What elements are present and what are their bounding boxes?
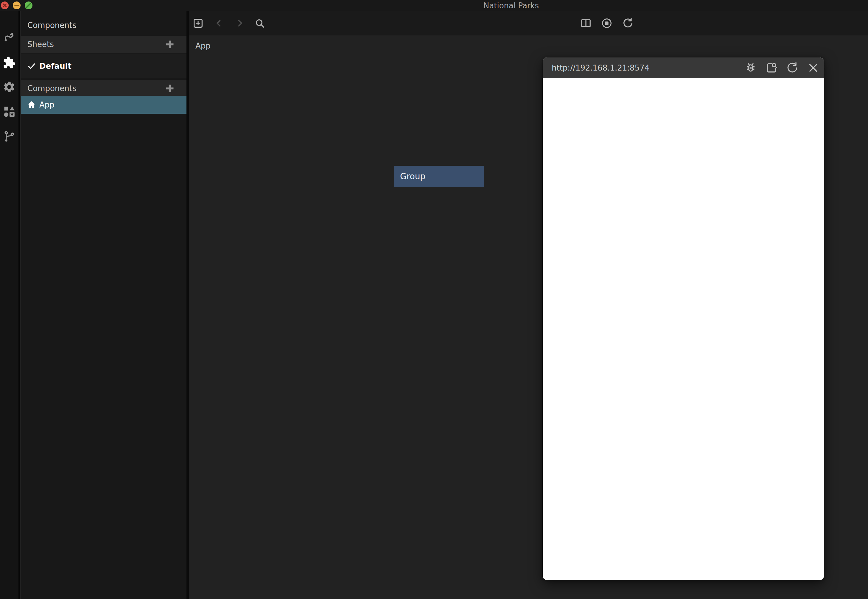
rail-components-button[interactable] [0, 54, 18, 71]
component-item-app[interactable]: App [21, 96, 187, 114]
rail-version-control-button[interactable] [0, 128, 18, 145]
sheets-section-label: Sheets [27, 40, 163, 49]
refresh-icon [786, 61, 799, 74]
group-component-label: Group [400, 172, 425, 181]
close-icon [807, 61, 820, 74]
rail-widgets-button[interactable] [0, 103, 18, 120]
sheets-section-header: Sheets [21, 36, 187, 53]
rail-settings-button[interactable] [0, 78, 18, 95]
shapes-icon [3, 105, 16, 118]
close-preview-button[interactable] [807, 61, 820, 74]
minimize-icon [13, 2, 21, 9]
sheet-item-default[interactable]: Default [21, 57, 187, 75]
stop-icon [601, 17, 613, 29]
canvas-toolbar [189, 11, 868, 35]
search-button[interactable] [254, 17, 266, 29]
components-section-label: Components [27, 84, 163, 93]
forward-button[interactable] [234, 17, 246, 29]
panel-title: Components [21, 17, 187, 34]
search-icon [254, 17, 266, 29]
chevron-right-icon [234, 17, 246, 29]
check-icon [27, 61, 36, 71]
titlebar: National Parks [0, 0, 868, 11]
plus-icon [163, 82, 176, 95]
window-maximize-button[interactable] [25, 2, 32, 9]
run-refresh-button[interactable] [622, 17, 634, 29]
add-sheet-button[interactable] [163, 38, 176, 51]
window-close-button[interactable] [1, 2, 9, 9]
preview-url[interactable]: http://192.168.1.21:8574 [552, 63, 736, 72]
inspect-page-button[interactable] [765, 61, 778, 74]
preview-header: http://192.168.1.21:8574 [543, 57, 824, 78]
add-component-button[interactable] [163, 82, 176, 95]
split-panel-icon [580, 17, 592, 29]
components-section-header: Components [21, 80, 187, 97]
window-minimize-button[interactable] [13, 2, 21, 9]
rail-route-tool-button[interactable] [0, 28, 18, 45]
split-view-button[interactable] [580, 17, 592, 29]
route-icon [3, 30, 16, 43]
preview-viewport[interactable] [543, 78, 824, 580]
puzzle-icon [3, 56, 16, 69]
activity-rail [0, 11, 20, 599]
gear-icon [3, 80, 16, 93]
sheets-list: Default [21, 54, 187, 78]
component-item-label: App [39, 100, 54, 109]
reload-preview-button[interactable] [786, 61, 799, 74]
design-canvas[interactable]: App Group http://192.168.1.21:8574 [189, 35, 868, 599]
add-square-icon [192, 17, 204, 29]
git-branch-icon [3, 130, 16, 143]
maximize-icon [25, 2, 32, 9]
back-button[interactable] [213, 17, 225, 29]
group-component[interactable]: Group [394, 166, 484, 187]
components-panel: Components Sheets Default Components [21, 11, 189, 599]
chevron-left-icon [213, 17, 225, 29]
window-title: National Parks [484, 1, 539, 10]
stop-button[interactable] [601, 17, 613, 29]
plus-icon [163, 38, 176, 51]
home-icon [27, 100, 36, 110]
preview-window: http://192.168.1.21:8574 [543, 57, 824, 580]
inspect-icon [765, 61, 778, 74]
breadcrumb[interactable]: App [195, 41, 211, 50]
refresh-icon [622, 17, 634, 29]
sheet-item-label: Default [39, 62, 71, 71]
app-window: National Parks [0, 0, 868, 599]
bug-icon [744, 61, 757, 74]
debug-button[interactable] [744, 61, 757, 74]
close-icon [1, 2, 9, 9]
new-sheet-button[interactable] [192, 17, 204, 29]
